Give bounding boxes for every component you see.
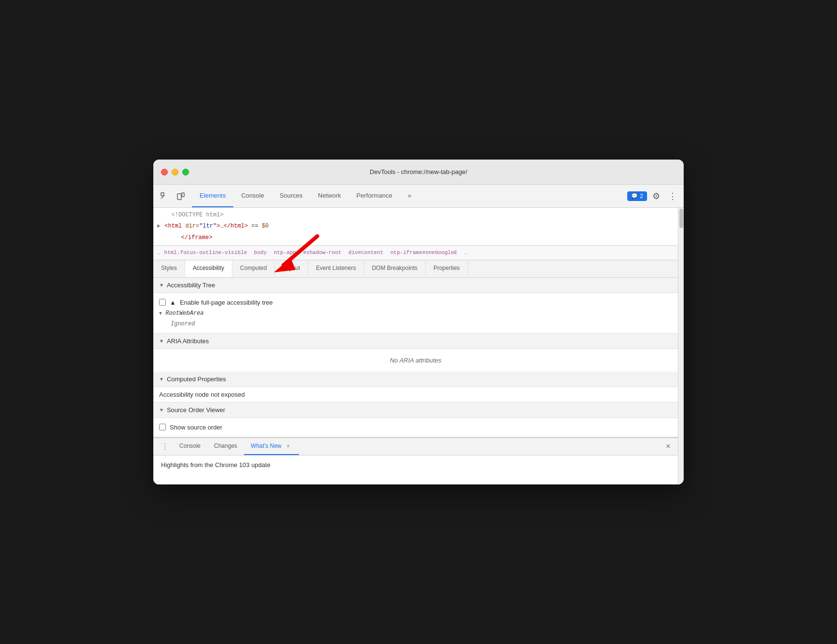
collapse-triangle-icon: ▼	[159, 282, 164, 288]
sub-tab-computed[interactable]: Computed	[232, 260, 275, 277]
root-web-area-item[interactable]: ▼ RootWebArea	[159, 308, 672, 319]
bottom-content: Highlights from the Chrome 103 update	[153, 456, 678, 484]
close-button[interactable]	[161, 169, 168, 175]
show-source-order-row: Show source order	[159, 422, 672, 433]
computed-properties-title: Computed Properties	[167, 376, 226, 383]
notification-count: 2	[640, 193, 643, 200]
devtools-window: DevTools - chrome://new-tab-page/ Elemen…	[153, 160, 684, 484]
sub-tab-styles[interactable]: Styles	[153, 260, 185, 277]
source-order-collapse-icon: ▼	[159, 407, 164, 413]
tab-elements[interactable]: Elements	[192, 185, 233, 207]
breadcrumb-bar: … html.focus-outline-visible body ntp-ap…	[153, 246, 678, 260]
right-scrollbar[interactable]	[678, 208, 684, 484]
dom-dots-1	[157, 211, 168, 220]
accessibility-tree-section: ▼ Accessibility Tree ▲ Enable full-page …	[153, 278, 678, 334]
root-triangle-icon: ▼	[159, 311, 162, 316]
sub-tabs: Styles Accessibility Computed Layout Eve…	[153, 260, 678, 278]
scrollbar-thumb[interactable]	[679, 209, 683, 228]
tab-network[interactable]: Network	[310, 185, 349, 207]
breadcrumb-item-0[interactable]: html.focus-outline-visible	[164, 250, 247, 255]
tab-sources[interactable]: Sources	[272, 185, 310, 207]
devtools-main: <!DOCTYPE html> ▶ <html dir= "ltr" >…</h…	[153, 208, 684, 484]
breadcrumb-item-1[interactable]: body	[254, 250, 267, 255]
source-order-section: ▼ Source Order Viewer Show source order	[153, 402, 678, 437]
breadcrumb-dots[interactable]: …	[157, 250, 161, 255]
svg-rect-3	[182, 193, 184, 197]
tab-performance[interactable]: Performance	[349, 185, 400, 207]
aria-attributes-section: ▼ ARIA Attributes No ARIA attributes	[153, 334, 678, 372]
minimize-button[interactable]	[172, 169, 178, 175]
dom-row-doctype[interactable]: <!DOCTYPE html>	[153, 210, 678, 221]
traffic-lights	[161, 169, 189, 175]
computed-empty-text: Accessibility node not exposed	[153, 387, 678, 402]
main-tabs: Elements Console Sources Network Perform…	[192, 185, 627, 207]
titlebar: DevTools - chrome://new-tab-page/	[153, 160, 684, 185]
computed-properties-header[interactable]: ▼ Computed Properties	[153, 372, 678, 387]
enable-tree-row: ▲ Enable full-page accessibility tree	[159, 297, 672, 308]
breadcrumb-sep-2	[298, 250, 301, 255]
breadcrumb-item-3[interactable]: #shadow-root	[303, 250, 341, 255]
arrow-container: Styles Accessibility Computed Layout Eve…	[153, 260, 678, 278]
bottom-tab-whats-new[interactable]: What's New ×	[244, 438, 299, 455]
accessibility-tree-body: ▲ Enable full-page accessibility tree ▼ …	[153, 293, 678, 334]
aria-collapse-icon: ▼	[159, 338, 164, 344]
breadcrumb-item-5[interactable]: ntp-iframe#oneGoogleE	[391, 250, 458, 255]
settings-button[interactable]: ⚙	[649, 189, 663, 203]
computed-collapse-icon: ▼	[159, 376, 164, 382]
main-toolbar: Elements Console Sources Network Perform…	[153, 185, 684, 208]
sub-tab-event-listeners[interactable]: Event Listeners	[308, 260, 364, 277]
sub-tab-layout[interactable]: Layout	[275, 260, 308, 277]
inspect-element-button[interactable]	[157, 189, 172, 203]
bottom-tab-console[interactable]: Console	[173, 438, 207, 455]
bottom-tab-changes[interactable]: Changes	[207, 438, 244, 455]
bottom-tabs: ⋮ Console Changes What's New × ×	[153, 438, 678, 456]
aria-empty-text: No ARIA attributes	[153, 349, 678, 372]
dom-row-iframe[interactable]: </iframe>	[163, 232, 678, 243]
sub-tab-properties[interactable]: Properties	[426, 260, 468, 277]
dom-viewer: <!DOCTYPE html> ▶ <html dir= "ltr" >…</h…	[153, 208, 678, 246]
html-eq: ==	[248, 222, 258, 231]
breadcrumb-item-2[interactable]: ntp-app	[274, 250, 296, 255]
bottom-panel: ⋮ Console Changes What's New × × Highlig…	[153, 437, 678, 484]
accessibility-tree-header[interactable]: ▼ Accessibility Tree	[153, 278, 678, 293]
breadcrumb-sep-0	[249, 250, 252, 255]
html-dollar: $0	[258, 222, 269, 231]
svg-rect-2	[177, 194, 181, 200]
source-order-body: Show source order	[153, 418, 678, 437]
bottom-panel-close-button[interactable]: ×	[662, 441, 674, 452]
aria-attributes-header[interactable]: ▼ ARIA Attributes	[153, 334, 678, 349]
dom-row-html[interactable]: ▶ <html dir= "ltr" >…</html> == $0	[153, 221, 678, 232]
root-web-area-label: RootWebArea	[165, 310, 203, 317]
breadcrumb-more[interactable]: …	[464, 250, 468, 255]
fullscreen-button[interactable]	[182, 169, 189, 175]
aria-attributes-title: ARIA Attributes	[167, 337, 209, 345]
breadcrumb-sep-4	[385, 250, 389, 255]
sub-tab-accessibility[interactable]: Accessibility	[185, 260, 232, 277]
breadcrumb-sep-3	[343, 250, 347, 255]
more-tabs-button[interactable]: »	[400, 185, 419, 207]
toolbar-right: 2 ⚙ ⋮	[627, 189, 680, 203]
accessibility-content: ▼ Accessibility Tree ▲ Enable full-page …	[153, 278, 678, 437]
notification-badge[interactable]: 2	[627, 191, 647, 201]
breadcrumb-sep-5	[459, 250, 462, 255]
show-source-order-checkbox[interactable]	[159, 424, 166, 430]
enable-tree-icon: ▲	[170, 299, 176, 306]
doctype-text: <!DOCTYPE html>	[172, 211, 224, 220]
more-options-button[interactable]: ⋮	[665, 189, 680, 203]
accessibility-tree-title: Accessibility Tree	[167, 282, 215, 289]
computed-properties-section: ▼ Computed Properties Accessibility node…	[153, 372, 678, 402]
device-toolbar-button[interactable]	[174, 189, 188, 203]
breadcrumb-item-4[interactable]: div#content	[349, 250, 384, 255]
enable-tree-checkbox[interactable]	[159, 299, 166, 306]
svg-rect-0	[161, 193, 164, 196]
bottom-console-label: Console	[179, 443, 201, 449]
bottom-tabs-more-button[interactable]: ⋮	[157, 442, 173, 451]
tab-console[interactable]: Console	[233, 185, 272, 207]
bottom-whats-new-label: What's New	[251, 443, 282, 449]
sub-tab-dom-breakpoints[interactable]: DOM Breakpoints	[364, 260, 426, 277]
html-attr-value: "ltr"	[199, 222, 216, 231]
enable-tree-label: Enable full-page accessibility tree	[180, 299, 273, 306]
svg-line-1	[161, 196, 164, 199]
source-order-header[interactable]: ▼ Source Order Viewer	[153, 402, 678, 418]
whats-new-close-icon[interactable]: ×	[284, 442, 292, 450]
